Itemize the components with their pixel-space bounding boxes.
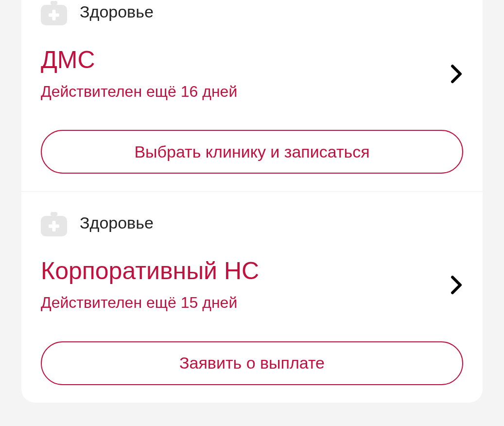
medkit-icon (41, 0, 67, 23)
svg-rect-4 (51, 212, 57, 216)
policy-title-row[interactable]: Корпоративный НС Действителен ещё 15 дне… (41, 258, 463, 312)
button-label: Заявить о выплате (179, 354, 325, 373)
policy-title-row[interactable]: ДМС Действителен ещё 16 дней (41, 47, 463, 101)
policy-card: Здоровье ДМС Действителен ещё 16 дней Вы… (21, 0, 483, 191)
policy-card: Здоровье Корпоративный НС Действителен е… (21, 191, 483, 402)
choose-clinic-button[interactable]: Выбрать клинику и записаться (41, 130, 463, 174)
policy-category-label: Здоровье (80, 213, 154, 232)
policy-category: Здоровье (41, 211, 463, 234)
policy-subtitle: Действителен ещё 16 дней (41, 82, 441, 101)
policy-title: ДМС (41, 47, 441, 73)
policy-subtitle: Действителен ещё 15 дней (41, 293, 441, 312)
svg-rect-3 (49, 14, 59, 17)
policy-title: Корпоративный НС (41, 258, 441, 284)
svg-rect-0 (51, 1, 57, 5)
button-label: Выбрать клинику и записаться (134, 142, 369, 161)
chevron-right-icon[interactable] (451, 64, 463, 84)
claim-payout-button[interactable]: Заявить о выплате (41, 341, 463, 385)
svg-rect-7 (49, 225, 59, 228)
policy-category-label: Здоровье (80, 2, 154, 21)
policy-category: Здоровье (41, 0, 463, 23)
chevron-right-icon[interactable] (451, 275, 463, 295)
medkit-icon (41, 211, 67, 234)
